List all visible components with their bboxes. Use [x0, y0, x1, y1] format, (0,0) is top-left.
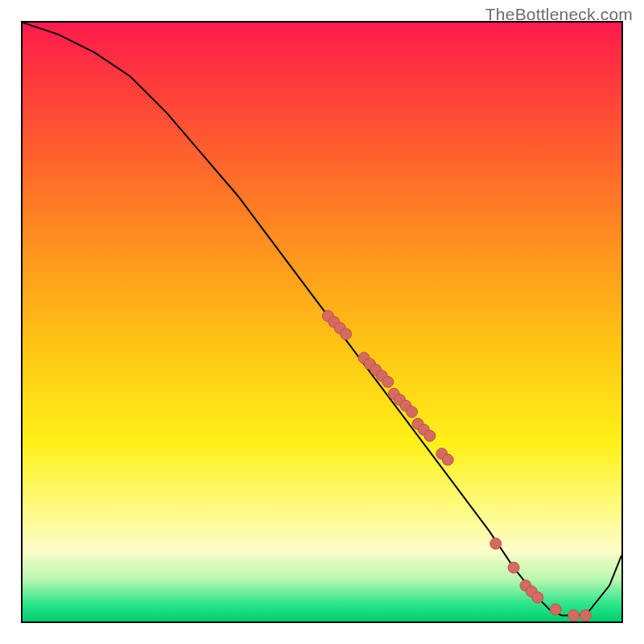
scatter-dot — [568, 610, 580, 621]
scatter-dot — [490, 538, 502, 549]
scatter-dot — [382, 376, 394, 387]
scatter-dot — [550, 604, 561, 615]
scatter-dot — [532, 592, 543, 603]
scatter-dot — [424, 430, 436, 441]
bottleneck-curve — [23, 23, 621, 616]
chart-canvas: TheBottleneck.com — [0, 0, 644, 644]
scatter-points-group — [322, 311, 591, 621]
scatter-dot — [341, 328, 352, 340]
scatter-dot — [407, 407, 418, 418]
scatter-dot — [442, 454, 453, 465]
scatter-dot — [508, 562, 519, 573]
plot-svg-layer — [23, 23, 621, 621]
plot-frame — [21, 21, 623, 623]
scatter-dot — [580, 610, 591, 621]
